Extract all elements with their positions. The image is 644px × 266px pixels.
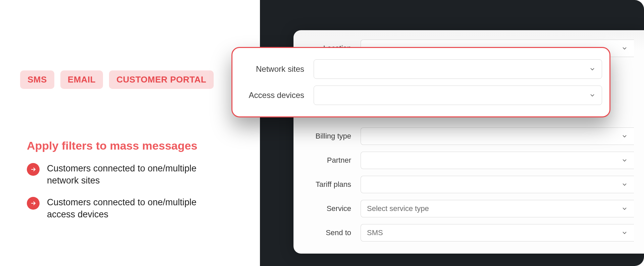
chevron-down-icon — [589, 92, 596, 99]
tag-email: EMAIL — [60, 70, 103, 89]
label-send-to: Send to — [293, 228, 361, 237]
label-access-devices: Access devices — [240, 91, 314, 100]
chevron-down-icon — [589, 66, 596, 72]
preview-right-panel: Location Billing type Partner Tariff pla… — [260, 0, 644, 266]
select-tariff-plans[interactable] — [361, 176, 634, 193]
form-row-network-sites: Network sites — [240, 56, 602, 82]
label-billing-type: Billing type — [293, 132, 361, 141]
select-partner[interactable] — [361, 152, 634, 169]
select-send-to[interactable]: SMS — [361, 224, 634, 242]
chevron-down-icon — [621, 205, 628, 212]
form-row-send-to: Send to SMS — [293, 221, 644, 245]
label-network-sites: Network sites — [240, 64, 314, 74]
list-item: Customers connected to one/multiple acce… — [27, 196, 240, 221]
chevron-down-icon — [621, 45, 628, 52]
chevron-down-icon — [621, 157, 628, 164]
tag-customer-portal: CUSTOMER PORTAL — [109, 70, 214, 89]
select-service-value: Select service type — [367, 204, 429, 213]
form-row-billing-type: Billing type — [293, 124, 644, 148]
label-service: Service — [293, 204, 361, 213]
arrow-right-icon — [27, 163, 40, 176]
select-send-to-value: SMS — [367, 228, 383, 237]
form-row-partner: Partner — [293, 148, 644, 172]
marketing-left-panel: SMS EMAIL CUSTOMER PORTAL Apply filters … — [0, 0, 260, 266]
label-tariff-plans: Tariff plans — [293, 180, 361, 189]
bullet-text: Customers connected to one/multiple netw… — [47, 162, 208, 187]
channel-tag-row: SMS EMAIL CUSTOMER PORTAL — [20, 70, 240, 89]
tag-sms: SMS — [20, 70, 54, 89]
arrow-right-icon — [27, 197, 40, 210]
select-access-devices[interactable] — [314, 86, 602, 105]
select-network-sites[interactable] — [314, 59, 602, 79]
chevron-down-icon — [621, 181, 628, 188]
feature-bullet-list: Customers connected to one/multiple netw… — [27, 162, 240, 221]
bullet-text: Customers connected to one/multiple acce… — [47, 196, 208, 221]
label-partner: Partner — [293, 156, 361, 165]
select-service[interactable]: Select service type — [361, 200, 634, 217]
form-row-tariff-plans: Tariff plans — [293, 172, 644, 197]
select-billing-type[interactable] — [361, 127, 634, 145]
form-row-access-devices: Access devices — [240, 82, 602, 108]
list-item: Customers connected to one/multiple netw… — [27, 162, 240, 187]
chevron-down-icon — [621, 133, 628, 140]
form-row-service: Service Select service type — [293, 197, 644, 221]
highlighted-filters-popout: Network sites Access devices — [231, 47, 610, 117]
section-heading: Apply filters to mass messages — [27, 139, 240, 152]
chevron-down-icon — [621, 229, 628, 236]
